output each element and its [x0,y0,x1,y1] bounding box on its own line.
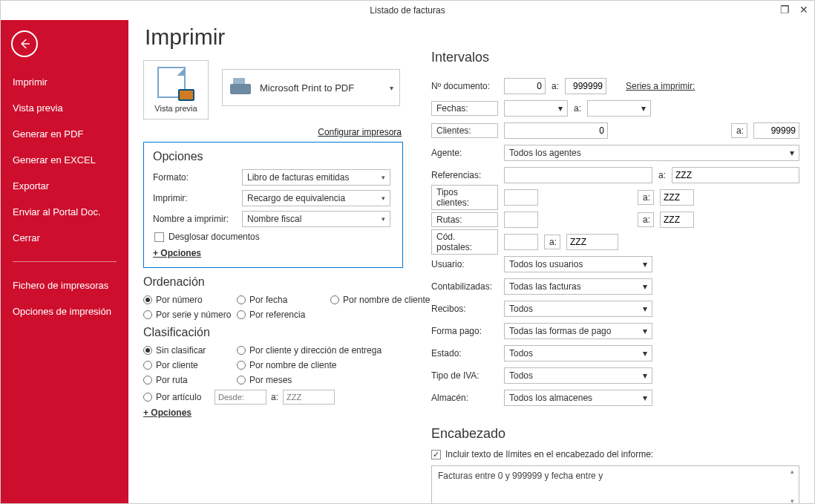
radio-por-numero[interactable]: Por número [143,295,232,305]
desglosar-checkbox[interactable]: Desglosar documentos [154,232,393,242]
rutas-a-button[interactable]: a: [638,212,654,227]
ndoc-to-input[interactable] [565,78,606,94]
clasificacion-more-link[interactable]: + Opciones [143,408,192,418]
nombre-label: Nombre a imprimir: [153,214,235,224]
window-title: Listado de facturas [370,5,445,16]
contabilizadas-label: Contabilizadas: [431,281,498,292]
radio-por-referencia[interactable]: Por referencia [237,310,326,320]
configure-printer-link[interactable]: Configurar impresora [143,127,402,137]
clientes-a-button[interactable]: a: [731,123,747,138]
formapago-label: Forma pago: [431,326,498,336]
opciones-group: Opciones Formato: Libro de facturas emit… [143,142,403,268]
radio-por-nombre-cliente-clas[interactable]: Por nombre de cliente [237,360,336,370]
cp-a-button[interactable]: a: [544,235,560,249]
recibos-label: Recibos: [431,304,498,314]
arrow-left-icon [18,37,31,50]
clientes-from-input[interactable] [504,122,608,139]
radio-sin-clasificar[interactable]: Sin clasificar [143,345,232,356]
printer-icon [230,78,252,97]
clientes-button[interactable]: Clientes: [431,123,498,138]
fecha-hasta-select[interactable]: ▾ [587,100,651,117]
chevron-down-icon: ▾ [791,497,794,503]
back-button[interactable] [11,30,38,57]
tipos-from-input[interactable] [504,189,538,206]
ndoc-label: Nº documento: [431,81,498,91]
radio-por-cliente-direccion[interactable]: Por cliente y dirección de entrega [237,345,400,356]
radio-por-ruta[interactable]: Por ruta [143,375,232,385]
window-restore-icon[interactable]: ❐ [777,2,792,17]
sidebar-item-opciones-impresion[interactable]: Opciones de impresión [1,298,128,324]
radio-por-articulo[interactable]: Por artículo [143,392,210,402]
ordenacion-title: Ordenación [143,275,410,289]
sidebar-divider [13,261,117,262]
chevron-down-icon: ▾ [382,194,385,202]
formato-select[interactable]: Libro de facturas emitidas▾ [242,169,390,186]
intervalos-title: Intervalos [431,50,799,65]
nombre-select[interactable]: Nombre fiscal▾ [242,211,390,227]
sidebar-item-imprimir[interactable]: Imprimir [1,69,128,95]
incluir-limites-checkbox[interactable]: ✓Incluir texto de límites en el encabeza… [431,449,799,459]
usuario-select[interactable]: Todos los usuarios▾ [504,256,652,272]
sidebar-item-enviar-portal[interactable]: Enviar al Portal Doc. [1,199,128,225]
document-preview-icon [157,67,194,101]
tipos-clientes-button[interactable]: Tipos clientes: [431,185,498,210]
sidebar-item-fichero-impresoras[interactable]: Fichero de impresoras [1,272,128,298]
formapago-select[interactable]: Todas las formas de pago▾ [504,323,652,339]
rutas-from-input[interactable] [504,212,538,228]
opciones-more-link[interactable]: + Opciones [153,248,201,258]
tipos-to-input[interactable] [660,189,694,206]
rutas-to-input[interactable] [660,212,694,228]
preview-button[interactable]: Vista previa [143,60,209,120]
chevron-up-icon: ▴ [791,468,794,475]
imprimir-select[interactable]: Recargo de equivalencia▾ [242,190,390,206]
fecha-desde-select[interactable]: ▾ [504,100,568,117]
estado-select[interactable]: Todos▾ [504,345,652,361]
chevron-down-icon: ▾ [390,84,393,92]
sidebar-item-vista-previa[interactable]: Vista previa [1,95,128,121]
clasificacion-title: Clasificación [143,326,410,339]
ref-to-input[interactable] [672,167,799,183]
cp-from-input[interactable] [504,234,538,250]
window-close-icon[interactable]: ✕ [796,2,811,17]
encabezado-textarea[interactable]: Facturas entre 0 y 999999 y fecha entre … [431,465,799,503]
tipo-iva-select[interactable]: Todos▾ [504,367,652,384]
sidebar-item-generar-excel[interactable]: Generar en EXCEL [1,147,128,173]
recibos-select[interactable]: Todos▾ [504,301,652,317]
sidebar-item-generar-pdf[interactable]: Generar en PDF [1,121,128,147]
page-title: Imprimir [145,24,410,50]
usuario-label: Usuario: [431,259,498,269]
scrollbar[interactable]: ▴▾ [787,468,797,503]
radio-por-serie-numero[interactable]: Por serie y número [143,310,232,320]
chevron-down-icon: ▾ [382,174,385,181]
estado-label: Estado: [431,348,498,359]
codpostales-button[interactable]: Cód. postales: [431,229,498,255]
chevron-down-icon: ▾ [382,215,385,223]
sidebar-item-cerrar[interactable]: Cerrar [1,225,128,251]
opciones-title: Opciones [153,150,393,163]
ref-from-input[interactable] [504,167,652,183]
articulo-hasta-input[interactable] [283,390,335,405]
almacen-select[interactable]: Todos los almacenes▾ [504,390,652,406]
cp-to-input[interactable] [566,234,618,250]
rutas-button[interactable]: Rutas: [431,212,498,227]
printer-name: Microsoft Print to PDF [260,82,354,94]
radio-por-cliente[interactable]: Por cliente [143,360,232,370]
tipos-a-button[interactable]: a: [638,190,654,205]
sidebar-item-exportar[interactable]: Exportar [1,173,128,199]
articulo-desde-input[interactable] [215,390,266,405]
radio-por-meses[interactable]: Por meses [237,375,326,385]
a-label: a: [271,392,278,402]
tipo-iva-label: Tipo de IVA: [431,370,498,381]
clientes-to-input[interactable] [753,122,799,139]
fechas-button[interactable]: Fechas: [431,101,498,116]
referencias-label: Referencias: [431,170,498,180]
encabezado-title: Encabezado [431,426,799,442]
contabilizadas-select[interactable]: Todas las facturas▾ [504,278,652,295]
formato-label: Formato: [153,172,235,183]
ndoc-from-input[interactable] [504,78,546,94]
series-a-imprimir-link[interactable]: Series a imprimir: [626,81,695,91]
printer-select[interactable]: Microsoft Print to PDF ▾ [222,69,400,106]
agente-select[interactable]: Todos los agentes▾ [504,145,799,161]
almacen-label: Almacén: [431,393,498,403]
radio-por-fecha[interactable]: Por fecha [237,295,326,305]
